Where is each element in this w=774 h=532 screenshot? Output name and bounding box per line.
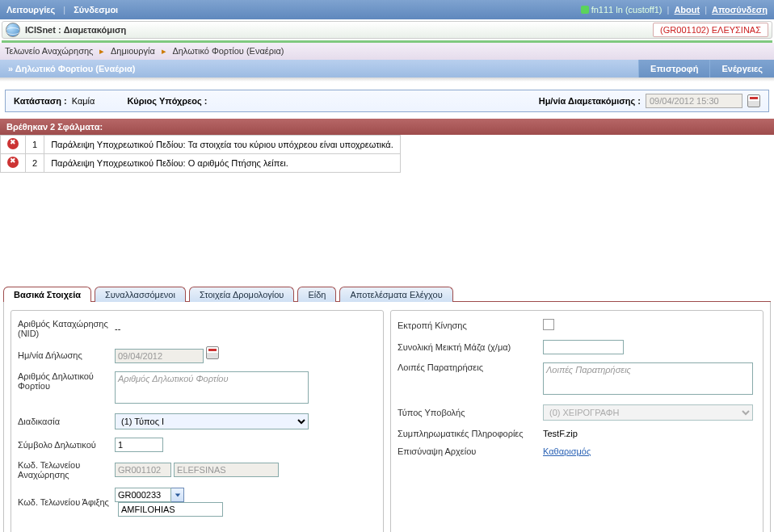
gross-mass-label: Συνολική Μεικτή Μάζα (χ/μα)	[398, 342, 543, 352]
procedure-select[interactable]: (1) Τύπος Ι	[115, 413, 309, 429]
user-online-icon	[581, 6, 589, 14]
diversion-checkbox[interactable]	[543, 319, 554, 330]
office-badge: (GR001102) ΕΛΕΥΣΙΝΑΣ	[653, 23, 768, 37]
top-menu-bar: Λειτουργίες | Σύνδεσμοι fn111 ln (custof…	[0, 0, 774, 19]
declaration-number-input[interactable]	[115, 371, 309, 404]
clear-attachment-link[interactable]: Καθαρισμός	[543, 446, 591, 456]
logout-link[interactable]: Αποσύνδεση	[712, 5, 768, 15]
arrival-code-label: Κωδ. Τελωνείου Άφιξης	[18, 497, 115, 507]
errors-header: Βρέθηκαν 2 Σφάλματα:	[0, 119, 774, 135]
gross-mass-input[interactable]	[543, 340, 624, 354]
crumb-2[interactable]: Δημιουργία	[111, 46, 155, 56]
error-message: Παράλειψη Υποχρεωτικού Πεδίου: Ο αριθμός…	[44, 154, 401, 173]
user-indicator: fn111 ln (custoff1)	[581, 5, 663, 15]
chevron-down-icon[interactable]	[171, 488, 184, 502]
breadcrumb: Τελωνείο Αναχώρησης ▸ Δημιουργία ▸ Δηλωτ…	[0, 43, 774, 60]
globe-icon	[6, 23, 20, 37]
app-line: ICISnet : Διαμετακόμιση (GR001102) ΕΛΕΥΣ…	[2, 21, 772, 39]
tab-bar: Βασικά Στοιχεία Συναλλασσόμενοι Στοιχεία…	[3, 286, 771, 302]
nid-label: Αριθμός Καταχώρησης (NID)	[18, 319, 115, 338]
submission-type-select: (0) ΧΕΙΡΟΓΡΑΦΗ	[543, 404, 753, 421]
arrival-code-input[interactable]	[115, 488, 171, 502]
page-title: » Δηλωτικό Φορτίου (Εναέρια)	[0, 60, 143, 77]
page-title-band: » Δηλωτικό Φορτίου (Εναέρια) Επιστροφή Ε…	[0, 60, 774, 77]
submission-type-label: Τύπος Υποβολής	[398, 408, 543, 417]
crumb-sep: ▸	[158, 46, 170, 56]
menu-functions[interactable]: Λειτουργίες	[6, 5, 55, 15]
tab-items[interactable]: Είδη	[297, 287, 336, 302]
user-name: fn111 ln (custoff1)	[591, 5, 663, 15]
departure-code-input	[115, 463, 171, 477]
nid-value: --	[115, 324, 376, 333]
departure-name-input	[174, 463, 279, 477]
actions-button[interactable]: Ενέργειες	[709, 60, 774, 77]
attachment-label: Επισύναψη Αρχείου	[398, 446, 543, 456]
notes-input[interactable]	[543, 362, 753, 395]
attached-file-name: TestF.zip	[543, 429, 756, 438]
error-number: 1	[26, 136, 44, 154]
calendar-icon[interactable]	[206, 346, 219, 359]
diversion-label: Εκτροπή Κίνησης	[398, 320, 543, 330]
tab-content: Αριθμός Καταχώρησης (NID) -- Ημ/νία Δήλω…	[3, 302, 771, 532]
tab-parties[interactable]: Συναλλασσόμενοι	[95, 287, 186, 302]
tab-routing[interactable]: Στοιχεία Δρομολογίου	[189, 287, 294, 302]
symbol-input[interactable]	[115, 438, 163, 452]
departure-code-label: Κωδ. Τελωνείου Αναχώρησης	[18, 460, 115, 480]
tab-basic-info[interactable]: Βασικά Στοιχεία	[3, 287, 91, 302]
extra-info-label: Συμπληρωματικές Πληροφορίες	[398, 429, 543, 438]
errors-table: 1 Παράλειψη Υποχρεωτικού Πεδίου: Τα στοι…	[0, 135, 401, 173]
error-icon	[7, 157, 19, 168]
crumb-1[interactable]: Τελωνείο Αναχώρησης	[5, 46, 93, 56]
left-panel: Αριθμός Καταχώρησης (NID) -- Ημ/νία Δήλω…	[11, 310, 384, 532]
crumb-3[interactable]: Δηλωτικό Φορτίου (Εναέρια)	[172, 46, 284, 56]
crumb-sep: ▸	[95, 46, 108, 56]
tab-check-results[interactable]: Αποτελέσματα Ελέγχου	[339, 287, 452, 302]
error-message: Παράλειψη Υποχρεωτικού Πεδίου: Τα στοιχε…	[44, 136, 401, 154]
calendar-icon[interactable]	[747, 94, 760, 107]
menu-separator: |	[58, 5, 70, 15]
transit-date-label: Ημ/νία Διαμετακόμισης :	[539, 96, 641, 106]
transit-date-input	[646, 94, 742, 108]
status-value: Καμία	[72, 96, 95, 106]
menu-links[interactable]: Σύνδεσμοι	[74, 5, 118, 15]
shadow	[0, 77, 774, 82]
error-icon	[7, 138, 19, 149]
procedure-label: Διαδικασία	[18, 417, 115, 426]
arrival-name-input[interactable]	[118, 502, 223, 517]
back-button[interactable]: Επιστροφή	[638, 60, 709, 77]
error-row: 2 Παράλειψη Υποχρεωτικού Πεδίου: Ο αριθμ…	[1, 154, 401, 173]
declaration-date-input	[115, 349, 204, 363]
notes-label: Λοιπές Παρατηρήσεις	[398, 362, 543, 372]
declaration-date-label: Ημ/νία Δήλωσης	[18, 350, 115, 360]
separator: |	[667, 5, 670, 15]
symbol-label: Σύμβολο Δηλωτικού	[18, 440, 115, 450]
error-row: 1 Παράλειψη Υποχρεωτικού Πεδίου: Τα στοι…	[1, 136, 401, 154]
status-box: Κατάσταση : Καμία Κύριος Υπόχρεος : Ημ/ν…	[5, 90, 769, 112]
separator: |	[705, 5, 707, 15]
status-label: Κατάσταση :	[14, 96, 67, 106]
main-obligor-label: Κύριος Υπόχρεος :	[127, 96, 207, 106]
app-title: ICISnet : Διαμετακόμιση	[25, 25, 126, 35]
declaration-number-label: Αριθμός Δηλωτικού Φορτίου	[18, 371, 115, 391]
about-link[interactable]: About	[674, 5, 700, 15]
right-panel: Εκτροπή Κίνησης Συνολική Μεικτή Μάζα (χ/…	[390, 310, 763, 532]
error-number: 2	[26, 154, 44, 173]
